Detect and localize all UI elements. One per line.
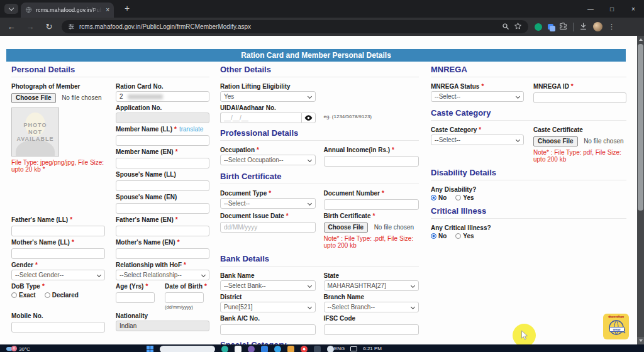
ifsc-input[interactable]: [324, 324, 419, 335]
new-tab-button[interactable]: +: [121, 3, 133, 15]
browser-window: rcms.mahafood.gov.in/PublicLo × + — □ × …: [0, 0, 644, 352]
taskbar-app-icon[interactable]: [327, 346, 334, 352]
extensions-puzzle-icon[interactable]: [559, 21, 567, 33]
annual-income-input[interactable]: [324, 156, 419, 167]
section-professional-details: Professional Details: [220, 128, 419, 141]
document-number-label: Document Number*: [324, 190, 419, 197]
ration-card-no-input[interactable]: 2: [116, 91, 209, 102]
caste-category-select[interactable]: --Select--: [431, 135, 524, 145]
minimize-button[interactable]: —: [580, 0, 601, 18]
age-input[interactable]: [116, 292, 155, 303]
father-name-ll-input[interactable]: [11, 226, 105, 236]
mother-name-ll-input[interactable]: [11, 248, 105, 259]
critical-no-radio[interactable]: [431, 233, 436, 239]
url-text[interactable]: rcms.mahafood.gov.in/PublicLogin/frmRCMe…: [79, 23, 497, 30]
green-extension-icon[interactable]: [535, 23, 542, 31]
relationship-select[interactable]: --Select Relationship--: [116, 270, 209, 280]
spouse-name-ll-label: Spouse's Name (LL): [116, 171, 209, 178]
aadhaar-input[interactable]: [220, 113, 301, 123]
menu-kebab-icon[interactable]: ⋮: [608, 23, 615, 31]
taskbar-app-icon[interactable]: [274, 346, 281, 352]
taskbar-app-icon[interactable]: [314, 346, 321, 352]
weather-widget[interactable]: 6 30°C: [6, 346, 30, 352]
dob-exact-radio[interactable]: [11, 292, 17, 298]
site-info-icon[interactable]: [68, 21, 75, 33]
close-button[interactable]: ×: [623, 0, 644, 18]
address-bar[interactable]: rcms.mahafood.gov.in/PublicLogin/frmRCMe…: [62, 20, 528, 33]
triangle-down-icon: [639, 339, 643, 342]
blue-extension-icon[interactable]: [548, 24, 553, 30]
document-number-input[interactable]: [324, 199, 419, 210]
taskbar-search[interactable]: [160, 346, 215, 352]
taskbar-browser-icon[interactable]: [301, 346, 308, 352]
translate-link[interactable]: translate: [179, 126, 203, 133]
relationship-label: Relationship with HoF*: [116, 261, 209, 268]
state-label: State: [324, 272, 419, 279]
dob-declared-radio[interactable]: [45, 292, 50, 298]
dob-input[interactable]: [165, 292, 204, 303]
windows-taskbar: 6 30°C ENG 6:21 PM: [0, 344, 644, 352]
photo-choose-file-button[interactable]: Choose File: [11, 93, 56, 103]
taskbar-app-icon[interactable]: [248, 346, 255, 352]
www-text: www: [609, 327, 625, 332]
branch-name-select[interactable]: --Select Branch--: [324, 302, 419, 312]
maximize-button[interactable]: □: [601, 0, 623, 18]
district-select[interactable]: Pune[521]: [220, 302, 316, 312]
taskbar-app-icon[interactable]: [221, 346, 228, 352]
mother-name-en-input[interactable]: [116, 248, 209, 259]
occupation-select[interactable]: --Select Occupation--: [220, 155, 316, 165]
member-name-en-input[interactable]: [116, 158, 209, 168]
scrollbar-thumb[interactable]: [638, 44, 643, 211]
member-name-ll-input[interactable]: [116, 135, 209, 146]
language-indicator[interactable]: ENG: [334, 346, 345, 351]
document-type-select[interactable]: --Select--: [220, 198, 316, 209]
keyboard-icon[interactable]: [350, 346, 357, 351]
browser-tab[interactable]: rcms.mahafood.gov.in/PublicLo ×: [21, 3, 114, 18]
eye-toggle-button[interactable]: [301, 113, 316, 123]
taskbar-app-icon[interactable]: [235, 346, 242, 352]
mnrega-status-select[interactable]: --Select--: [431, 91, 524, 102]
profile-avatar[interactable]: [593, 22, 602, 31]
back-icon[interactable]: ←: [4, 19, 19, 35]
state-select[interactable]: MAHARASHTRA[27]: [324, 280, 419, 291]
issue-date-input[interactable]: [220, 222, 316, 233]
section-disability-details: Disability Details: [431, 168, 626, 180]
birth-certificate-choose-file-button[interactable]: Choose File: [324, 223, 369, 233]
reload-icon[interactable]: ↻: [42, 19, 57, 35]
ration-lifting-select[interactable]: Yes: [220, 91, 316, 102]
vertical-scrollbar[interactable]: [637, 36, 644, 344]
tab-close-icon[interactable]: ×: [106, 7, 109, 13]
spouse-name-en-input[interactable]: [116, 203, 209, 214]
scroll-up-button[interactable]: [637, 36, 644, 43]
downloads-icon[interactable]: [579, 21, 587, 33]
spouse-name-ll-input[interactable]: [116, 180, 209, 191]
taskbar-folder-icon[interactable]: [287, 346, 294, 352]
logo-title-text: योजना परिचय: [608, 315, 623, 319]
disability-yes-label: Yes: [463, 194, 474, 201]
zoom-icon[interactable]: [502, 21, 509, 33]
nationality-label: Nationality: [116, 312, 209, 319]
caste-certificate-choose-file-button[interactable]: Choose File: [533, 136, 578, 146]
bank-account-input[interactable]: [220, 324, 316, 335]
mobile-input[interactable]: [11, 322, 105, 333]
critical-yes-radio[interactable]: [455, 233, 461, 239]
scroll-down-button[interactable]: [637, 337, 644, 344]
gender-select[interactable]: --Select Gender--: [11, 270, 105, 280]
mnrega-id-input[interactable]: [533, 92, 626, 103]
section-special-category: Special Category: [220, 340, 419, 344]
forward-icon: →: [23, 19, 38, 35]
clock[interactable]: 6:21 PM: [363, 346, 382, 351]
yojana-parichay-logo[interactable]: योजना परिचय www: [603, 314, 629, 339]
disability-yes-radio[interactable]: [455, 195, 461, 201]
birth-certificate-note: Note* : File Type: .pdf, File Size: upto…: [324, 235, 419, 249]
tab-search-button[interactable]: [4, 4, 18, 14]
taskbar-app-icon[interactable]: [261, 346, 268, 352]
bookmark-star-icon[interactable]: [514, 21, 522, 33]
start-button[interactable]: [147, 346, 153, 352]
disability-no-radio[interactable]: [431, 195, 436, 201]
bank-name-select[interactable]: --Select Bank--: [220, 280, 316, 291]
father-name-en-input[interactable]: [116, 226, 209, 236]
caste-certificate-note: Note* : File Type: pdf, File Size: upto …: [533, 149, 626, 163]
toolbar-divider: [573, 23, 574, 31]
bank-account-label: Bank A/C No.: [220, 315, 316, 322]
